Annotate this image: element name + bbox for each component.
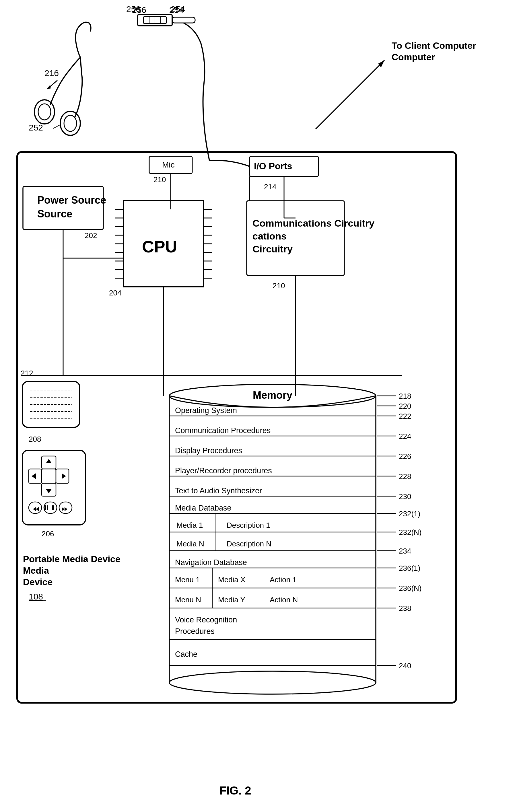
- to-client-computer-label2: Computer: [392, 52, 435, 62]
- ref-228: 228: [399, 472, 411, 481]
- comm-circuitry-label: Communications Circuitry: [253, 218, 374, 229]
- ref-226: 226: [399, 452, 411, 461]
- ref-236-1: 236(1): [399, 564, 420, 573]
- mic-label: Mic: [162, 160, 175, 169]
- to-client-computer-label: To Client Computer: [392, 40, 476, 51]
- ref-210-mic: 210: [153, 175, 166, 184]
- ref-222: 222: [399, 412, 411, 420]
- media-n-label: Media N: [176, 540, 204, 548]
- media-x-label: Media X: [218, 575, 245, 584]
- io-ports-label: I/O Ports: [254, 161, 292, 171]
- svg-rect-64: [41, 469, 56, 483]
- power-source-label2: Source: [37, 208, 72, 220]
- action-n-label: Action N: [270, 596, 298, 604]
- ref-254-text: 254: [171, 4, 185, 14]
- ref-256-text: 256: [126, 4, 141, 14]
- voice-recognition-label: Voice Recognition: [175, 615, 237, 624]
- ref-230: 230: [399, 492, 411, 501]
- ref-214: 214: [264, 182, 276, 191]
- procedures-label: Procedures: [175, 627, 214, 636]
- portable-media-device-label3: Device: [23, 577, 53, 587]
- navigation-database-label: Navigation Database: [175, 558, 247, 567]
- description-n-label: Description N: [227, 540, 271, 548]
- menu-1-label: Menu 1: [175, 575, 200, 584]
- media-y-label: Media Y: [218, 596, 245, 604]
- portable-media-device-label: Portable Media Device: [23, 554, 120, 564]
- memory-label: Memory: [253, 389, 292, 401]
- ref-206: 206: [41, 529, 54, 538]
- menu-n-label: Menu N: [175, 596, 201, 604]
- media-1-label: Media 1: [176, 521, 203, 529]
- cpu-label: CPU: [142, 237, 177, 256]
- power-source-label: Power Source: [37, 194, 106, 206]
- operating-system-label: Operating System: [175, 406, 237, 415]
- ref-202: 202: [85, 231, 97, 240]
- cache-label: Cache: [175, 650, 197, 659]
- fig-caption: FIG. 2: [219, 784, 251, 797]
- action-1-label: Action 1: [270, 575, 297, 584]
- svg-rect-71: [59, 502, 72, 514]
- ref-216-label: 216: [45, 68, 59, 78]
- comm-procedures-label: Communication Procedures: [175, 426, 270, 435]
- ref-208: 208: [29, 435, 41, 443]
- ref-232-1: 232(1): [399, 510, 420, 518]
- ref-252-label: 252: [29, 123, 43, 132]
- media-database-label: Media Database: [175, 504, 232, 512]
- diagram-container: 216 256 254 To Client Computer Computer …: [0, 0, 519, 812]
- svg-point-83: [169, 671, 376, 694]
- player-recorder-label: Player/Recorder procedures: [175, 466, 272, 475]
- text-to-audio-label: Text to Audio Synthesizer: [175, 487, 262, 495]
- ref-108: 108: [29, 592, 43, 601]
- svg-rect-74: [45, 505, 46, 510]
- ref-232-n: 232(N): [399, 528, 422, 536]
- ref-212: 212: [21, 369, 33, 377]
- ref-236-n: 236(N): [399, 584, 422, 592]
- ref-234: 234: [399, 547, 411, 555]
- ref-220: 220: [399, 402, 411, 410]
- description-1-label: Description 1: [227, 521, 270, 529]
- comm-circuitry-label3: Circuitry: [253, 243, 293, 254]
- ref-240: 240: [399, 661, 411, 670]
- ref-224: 224: [399, 432, 411, 440]
- svg-rect-76: [52, 505, 54, 510]
- comm-circuitry-label2: cations: [253, 231, 287, 241]
- ref-210-comm: 210: [272, 281, 285, 290]
- ref-204: 204: [109, 289, 121, 297]
- display-procedures-label: Display Procedures: [175, 446, 242, 455]
- svg-rect-75: [47, 505, 48, 510]
- ref-218: 218: [399, 392, 411, 400]
- portable-media-device-label2: Media: [23, 565, 49, 576]
- ref-238: 238: [399, 604, 411, 613]
